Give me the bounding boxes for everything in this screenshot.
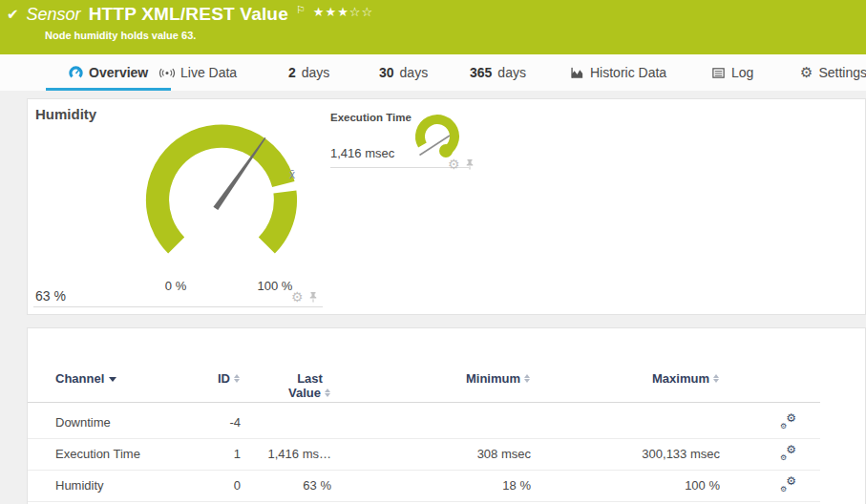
channel-id: 0 <box>180 470 241 501</box>
tab-number: 2 <box>288 65 296 80</box>
gear-icon: ⚙ <box>800 64 813 81</box>
humidity-gauge-title: Humidity <box>35 106 96 122</box>
channel-actions-cell: ⚙⚙ <box>720 402 820 438</box>
channel-name: Humidity <box>28 470 180 501</box>
gauge-min-label: 0 % <box>147 279 204 293</box>
column-header-last-value[interactable]: Last Value <box>241 363 331 402</box>
channel-maximum: 100 % <box>531 470 720 501</box>
sort-icon <box>234 374 241 383</box>
channels-panel: Channel ID Last Value Minimum Maximum <box>27 327 866 504</box>
humidity-gauge <box>133 107 310 284</box>
flag-icon[interactable]: ⚐ <box>296 4 306 16</box>
log-list-icon <box>711 66 726 80</box>
sort-icon <box>713 374 720 383</box>
channel-settings-gears-icon[interactable]: ⚙⚙ <box>780 445 796 461</box>
channel-last-value <box>241 402 331 438</box>
channel-maximum <box>531 402 720 438</box>
gear-icon[interactable]: ⚙ <box>448 157 460 172</box>
gauge-icon <box>69 66 83 80</box>
sort-icon <box>524 374 531 383</box>
column-header-id[interactable]: ID <box>180 363 241 402</box>
execution-time-current-value: 1,416 msec <box>330 146 394 160</box>
pin-icon[interactable] <box>465 158 475 170</box>
gauges-panel: Humidity x̄ 0 % 100 % 63 % ⚙ Execution T… <box>27 98 866 315</box>
status-ok-check-icon: ✔ <box>7 6 19 23</box>
channel-settings-gears-icon[interactable]: ⚙⚙ <box>780 476 796 493</box>
tab-label: Log <box>731 65 753 80</box>
column-header-minimum[interactable]: Minimum <box>331 363 531 402</box>
tab-bar: Overview Live Data 2 days 30 days 365 da… <box>0 54 866 91</box>
channel-table: Channel ID Last Value Minimum Maximum <box>28 363 820 502</box>
tab-historic-data[interactable]: Historic Data <box>559 54 678 91</box>
table-row: Downtime-4⚙⚙ <box>28 402 820 438</box>
channel-minimum <box>331 402 531 438</box>
object-kind-label: Sensor <box>27 5 81 25</box>
pin-icon[interactable] <box>308 291 318 303</box>
tab-label: days <box>497 65 526 80</box>
sensor-header: ✔ Sensor HTTP XML/REST Value ⚐ ★★★☆☆ Nod… <box>0 0 866 54</box>
sort-desc-icon <box>109 377 116 382</box>
sensor-status-message: Node humidity holds value 63. <box>45 30 196 41</box>
channel-name: Downtime <box>28 402 180 438</box>
execution-time-gauge-tools: ⚙ <box>448 157 475 172</box>
tab-number: 365 <box>470 65 492 80</box>
humidity-current-value: 63 % <box>35 288 66 304</box>
priority-stars[interactable]: ★★★☆☆ <box>313 5 373 19</box>
channel-actions-cell: ⚙⚙ <box>720 438 820 470</box>
channel-id: -4 <box>180 402 241 438</box>
table-row: Execution Time11,416 ms…308 msec300,133 … <box>28 438 820 470</box>
tab-label: Historic Data <box>590 65 666 80</box>
tab-label: Settings <box>818 65 866 80</box>
channel-id: 1 <box>180 438 241 470</box>
sensor-title-row: ✔ Sensor HTTP XML/REST Value ⚐ ★★★☆☆ <box>7 4 373 25</box>
broadcast-icon <box>159 66 175 80</box>
humidity-gauge-tools: ⚙ <box>291 289 318 304</box>
channel-maximum: 300,133 msec <box>531 438 720 470</box>
area-chart-icon <box>570 66 584 80</box>
tab-label: days <box>400 65 429 80</box>
gauge-divider <box>33 306 323 307</box>
channel-table-body: Downtime-4⚙⚙Execution Time11,416 ms…308 … <box>28 402 820 501</box>
tab-label: Overview <box>89 65 148 80</box>
tab-365-days[interactable]: 365 days <box>458 54 538 91</box>
execution-time-gauge-title: Execution Time <box>330 112 412 123</box>
channel-last-value: 63 % <box>241 470 331 501</box>
table-row: Humidity063 %18 %100 %⚙⚙ <box>28 470 820 501</box>
channel-name: Execution Time <box>28 438 180 470</box>
table-header-row: Channel ID Last Value Minimum Maximum <box>28 363 820 402</box>
tab-label: days <box>302 65 330 80</box>
tab-log[interactable]: Log <box>700 54 765 91</box>
sort-icon <box>325 388 331 397</box>
tab-live-data[interactable]: Live Data <box>148 54 248 91</box>
tab-2-days[interactable]: 2 days <box>277 54 341 91</box>
column-header-channel[interactable]: Channel <box>28 363 180 402</box>
average-marker: x̄ <box>289 168 295 181</box>
tab-30-days[interactable]: 30 days <box>368 54 439 91</box>
page-title: HTTP XML/REST Value <box>89 4 288 25</box>
channel-last-value: 1,416 ms… <box>241 438 331 470</box>
column-header-actions <box>720 363 820 402</box>
tab-number: 30 <box>379 65 394 80</box>
tab-settings[interactable]: ⚙ Settings <box>789 54 866 91</box>
prtg-sensor-page: ✔ Sensor HTTP XML/REST Value ⚐ ★★★☆☆ Nod… <box>0 0 866 504</box>
gear-icon[interactable]: ⚙ <box>291 289 304 304</box>
column-header-maximum[interactable]: Maximum <box>531 363 720 402</box>
tab-label: Live Data <box>180 65 237 80</box>
channel-actions-cell: ⚙⚙ <box>720 470 820 501</box>
channel-minimum: 18 % <box>331 470 531 501</box>
channel-settings-gears-icon[interactable]: ⚙⚙ <box>780 413 796 430</box>
channel-minimum: 308 msec <box>331 438 531 470</box>
